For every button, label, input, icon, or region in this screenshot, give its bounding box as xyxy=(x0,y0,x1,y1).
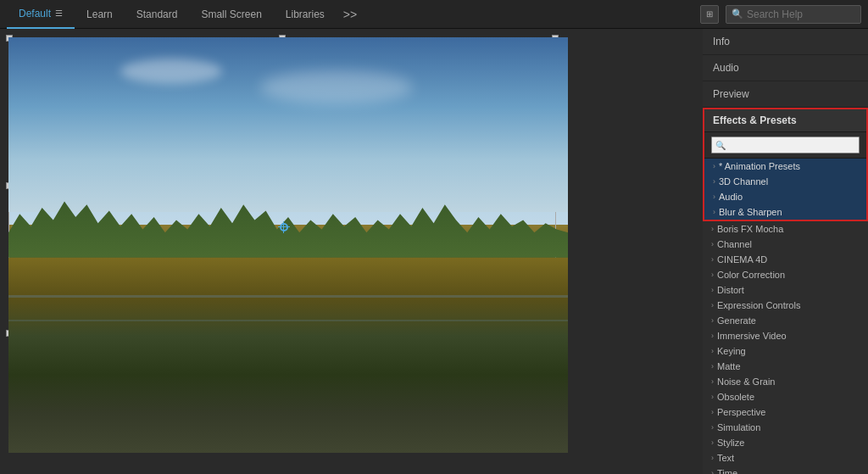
chevron-icon: › xyxy=(711,377,714,386)
main-area: Info Audio Preview Effects & Presets 🔍 ›… xyxy=(0,29,868,474)
effects-panel-header: Effects & Presets xyxy=(704,109,866,132)
chevron-icon: › xyxy=(711,270,714,279)
tab-libraries-label: Libraries xyxy=(286,8,325,20)
workspace-icon[interactable]: ⊞ xyxy=(700,5,719,24)
chevron-icon: › xyxy=(713,177,715,186)
effects-item-simulation[interactable]: › Simulation xyxy=(703,420,868,435)
tab-small-screen-label: Small Screen xyxy=(201,8,261,20)
search-input-top[interactable] xyxy=(747,8,849,20)
chevron-icon: › xyxy=(711,286,714,294)
effects-item-text[interactable]: › Text xyxy=(703,450,868,466)
chevron-icon: › xyxy=(713,162,715,170)
tab-default-label: Default xyxy=(19,8,51,20)
effects-search-box: 🔍 xyxy=(711,137,860,153)
effects-item-time[interactable]: › Time xyxy=(703,466,868,474)
chevron-icon: › xyxy=(711,240,714,248)
effects-item-keying[interactable]: › Keying xyxy=(703,343,868,359)
effects-item-immersive-video[interactable]: › Immersive Video xyxy=(703,328,868,343)
anchor-point xyxy=(277,220,291,234)
chevron-icon: › xyxy=(711,408,714,416)
effects-items-scroll[interactable]: › Boris FX Mocha › Channel › CINEMA 4D ›… xyxy=(703,221,868,474)
effects-search-icon: 🔍 xyxy=(715,141,726,150)
search-box-top: 🔍 xyxy=(726,5,861,24)
effects-item-distort[interactable]: › Distort xyxy=(703,282,868,298)
chevron-icon: › xyxy=(711,316,714,325)
chevron-icon: › xyxy=(713,208,715,216)
panel-item-audio[interactable]: Audio xyxy=(703,55,868,81)
chevron-icon: › xyxy=(711,255,714,264)
tab-standard-label: Standard xyxy=(136,8,178,20)
search-icon-top: 🔍 xyxy=(732,8,743,20)
effects-item-matte[interactable]: › Matte xyxy=(703,359,868,374)
side-panel: Info Audio Preview Effects & Presets 🔍 ›… xyxy=(703,29,868,474)
effects-item-channel[interactable]: › Channel xyxy=(703,237,868,252)
tab-default[interactable]: Default ☰ xyxy=(7,0,75,29)
panel-item-info[interactable]: Info xyxy=(703,29,868,55)
tab-learn[interactable]: Learn xyxy=(75,0,125,29)
effects-search-input[interactable] xyxy=(728,140,847,150)
chevron-icon: › xyxy=(711,362,714,371)
chevron-icon: › xyxy=(711,454,714,462)
top-bar: Default ☰ Learn Standard Small Screen Li… xyxy=(0,0,868,29)
chevron-icon: › xyxy=(711,393,714,401)
effects-item-perspective[interactable]: › Perspective xyxy=(703,404,868,420)
tab-small-screen[interactable]: Small Screen xyxy=(189,0,273,29)
effects-item-generate[interactable]: › Generate xyxy=(703,313,868,328)
chevron-icon: › xyxy=(711,225,714,233)
effects-item-obsolete[interactable]: › Obsolete xyxy=(703,389,868,404)
tab-learn-label: Learn xyxy=(86,8,113,20)
tab-menu-icon[interactable]: ☰ xyxy=(55,8,63,18)
effects-item-audio[interactable]: › Audio xyxy=(704,189,866,204)
chevron-icon: › xyxy=(711,438,714,447)
effects-item-animation-presets[interactable]: › * Animation Presets xyxy=(704,159,866,174)
effects-item-boris-fx[interactable]: › Boris FX Mocha xyxy=(703,221,868,237)
effects-presets-panel: Effects & Presets 🔍 › * Animation Preset… xyxy=(703,108,868,221)
chevron-icon: › xyxy=(711,332,714,340)
chevron-icon: › xyxy=(711,347,714,355)
chevron-icon: › xyxy=(711,423,714,432)
canvas-image xyxy=(8,37,568,453)
effects-item-stylize[interactable]: › Stylize xyxy=(703,435,868,450)
chevron-icon: › xyxy=(713,192,715,201)
canvas-area xyxy=(0,29,703,474)
effects-item-noise-grain[interactable]: › Noise & Grain xyxy=(703,374,868,389)
panel-item-preview[interactable]: Preview xyxy=(703,81,868,108)
effects-item-cinema4d[interactable]: › CINEMA 4D xyxy=(703,252,868,267)
tab-standard[interactable]: Standard xyxy=(125,0,190,29)
effects-item-3d-channel[interactable]: › 3D Channel xyxy=(704,174,866,189)
chevron-icon: › xyxy=(711,469,714,474)
chevron-icon: › xyxy=(711,301,714,309)
effects-item-blur-sharpen[interactable]: › Blur & Sharpen xyxy=(704,204,866,220)
effects-search-row: 🔍 xyxy=(704,132,866,159)
effects-item-color-correction[interactable]: › Color Correction xyxy=(703,267,868,282)
tab-libraries[interactable]: Libraries xyxy=(274,0,337,29)
effects-item-expression-controls[interactable]: › Expression Controls xyxy=(703,298,868,313)
overflow-button[interactable]: >> xyxy=(337,8,364,21)
